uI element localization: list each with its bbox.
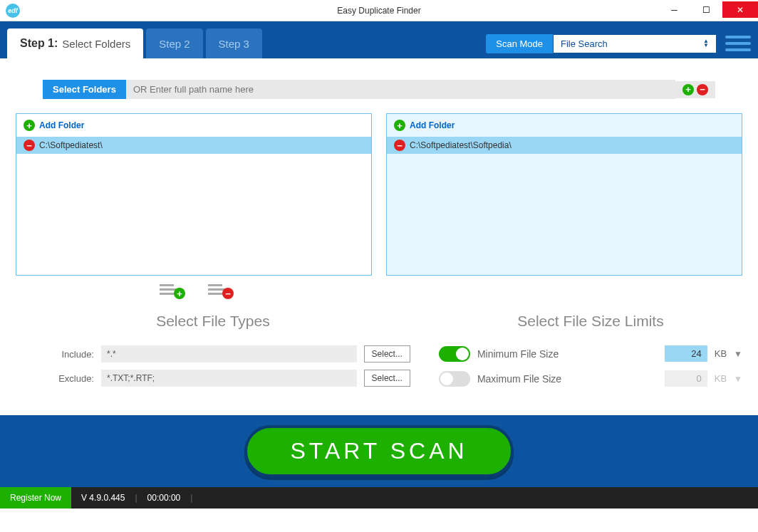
- version-text: V 4.9.0.445: [71, 493, 135, 503]
- step1-name: Select Folders: [62, 38, 130, 50]
- max-size-unit: KB: [715, 373, 727, 384]
- filesize-section: Select File Size Limits Minimum File Siz…: [439, 313, 742, 395]
- exclude-input[interactable]: [101, 370, 357, 387]
- window-controls: ─ ☐ ✕: [658, 3, 758, 18]
- plus-badge-icon: +: [174, 288, 185, 299]
- max-size-value[interactable]: 0: [665, 370, 707, 387]
- max-size-dropdown-icon[interactable]: ▼: [734, 374, 742, 384]
- include-label: Include:: [51, 349, 94, 360]
- maximize-button[interactable]: ☐: [690, 3, 722, 17]
- register-button[interactable]: Register Now: [0, 487, 71, 508]
- path-bar: Select Folders + −: [43, 80, 715, 99]
- app-icon: edf: [6, 4, 20, 18]
- min-size-label: Minimum File Size: [477, 348, 658, 360]
- separator: |: [190, 493, 192, 503]
- timer-text: 00:00:00: [137, 493, 191, 503]
- folder-path: C:\Softpediatest\Softpedia\: [410, 140, 512, 150]
- titlebar: edf Easy Duplicate Finder ─ ☐ ✕: [0, 0, 758, 21]
- minus-icon[interactable]: −: [394, 140, 405, 151]
- scan-mode-select[interactable]: File Search ▲▼: [553, 34, 717, 53]
- scan-mode-value: File Search: [561, 38, 608, 49]
- close-button[interactable]: ✕: [722, 1, 758, 18]
- exclude-label: Exclude:: [51, 373, 94, 384]
- list-action-icons: + −: [7, 284, 751, 295]
- content-area: Select Folders + − + Add Folder − C:\Sof…: [0, 80, 758, 395]
- add-folder-label: Add Folder: [410, 120, 455, 130]
- minus-badge-icon: −: [222, 288, 234, 299]
- exclude-panel: + Add Folder − C:\Softpediatest\Softpedi…: [386, 113, 742, 276]
- add-list-button[interactable]: +: [160, 284, 180, 295]
- scan-area: START SCAN: [0, 415, 758, 487]
- include-row: Include: Select...: [16, 345, 410, 363]
- add-folder-left[interactable]: + Add Folder: [16, 114, 371, 137]
- include-input[interactable]: [101, 345, 357, 363]
- path-icons: + −: [675, 81, 715, 98]
- folder-row[interactable]: − C:\Softpediatest\: [16, 137, 371, 154]
- minus-icon[interactable]: −: [24, 140, 35, 151]
- scan-mode-label: Scan Mode: [486, 34, 553, 53]
- plus-icon: +: [24, 120, 35, 131]
- include-panel: + Add Folder − C:\Softpediatest\: [16, 113, 372, 276]
- include-select-button[interactable]: Select...: [364, 345, 410, 363]
- min-size-row: Minimum File Size 24 KB ▼: [439, 345, 742, 362]
- max-size-label: Maximum File Size: [477, 373, 658, 385]
- tab-step1[interactable]: Step 1: Select Folders: [7, 28, 143, 58]
- exclude-select-button[interactable]: Select...: [364, 370, 410, 387]
- start-scan-button[interactable]: START SCAN: [244, 425, 513, 477]
- filetype-section: Select File Types Include: Select... Exc…: [16, 313, 410, 395]
- tab-step3[interactable]: Step 3: [206, 28, 262, 58]
- min-size-toggle[interactable]: [439, 346, 470, 362]
- filetype-title: Select File Types: [16, 313, 410, 330]
- max-size-toggle[interactable]: [439, 371, 470, 387]
- plus-icon: +: [394, 120, 405, 131]
- max-size-row: Maximum File Size 0 KB ▼: [439, 370, 742, 387]
- exclude-row: Exclude: Select...: [16, 370, 410, 387]
- remove-path-icon[interactable]: −: [697, 84, 708, 95]
- window-title: Easy Duplicate Finder: [337, 6, 420, 16]
- minimize-button[interactable]: ─: [658, 3, 690, 17]
- folder-panels: + Add Folder − C:\Softpediatest\ + Add F…: [7, 113, 751, 276]
- menu-button[interactable]: [725, 33, 751, 54]
- min-size-value[interactable]: 24: [665, 345, 707, 362]
- min-size-unit: KB: [715, 348, 727, 359]
- min-size-dropdown-icon[interactable]: ▼: [734, 349, 742, 359]
- add-folder-right[interactable]: + Add Folder: [387, 114, 742, 137]
- header-bar: Step 1: Select Folders Step 2 Step 3 Sca…: [0, 21, 758, 58]
- folder-path: C:\Softpediatest\: [39, 140, 103, 150]
- select-arrows-icon: ▲▼: [703, 39, 709, 48]
- select-folders-button[interactable]: Select Folders: [43, 80, 126, 99]
- bottom-sections: Select File Types Include: Select... Exc…: [7, 313, 751, 395]
- filesize-title: Select File Size Limits: [439, 313, 742, 330]
- footer: Register Now V 4.9.0.445 | 00:00:00 |: [0, 487, 758, 508]
- step1-label: Step 1:: [20, 37, 58, 50]
- folder-row[interactable]: − C:\Softpediatest\Softpedia\: [387, 137, 742, 154]
- add-folder-label: Add Folder: [39, 120, 84, 130]
- remove-list-button[interactable]: −: [208, 284, 228, 295]
- path-input[interactable]: [126, 80, 675, 99]
- tab-step2[interactable]: Step 2: [146, 28, 202, 58]
- add-path-icon[interactable]: +: [682, 84, 694, 95]
